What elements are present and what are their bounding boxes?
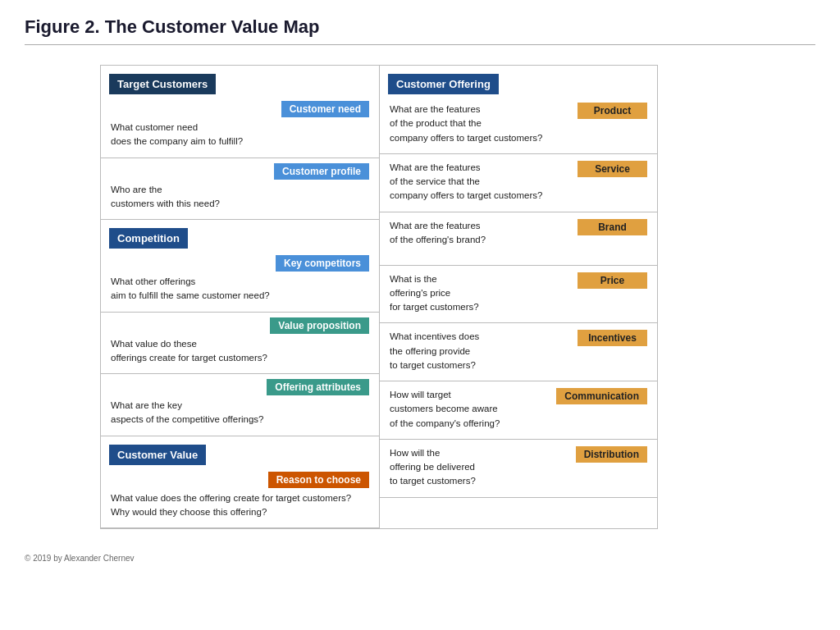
- tag-customer-need: Customer need: [281, 101, 369, 117]
- section-header-row-target-customers: Target Customers: [101, 66, 379, 96]
- right-tag-distribution: Distribution: [576, 446, 647, 463]
- right-column: Customer OfferingWhat are the features o…: [379, 65, 658, 529]
- map-container: Target CustomersCustomer needWhat custom…: [100, 65, 740, 529]
- left-cell-competition-0: Key competitorsWhat other offerings aim …: [101, 250, 379, 313]
- tag-key-competitors: Key competitors: [276, 255, 369, 272]
- right-cell-text: What are the features of the offering's …: [390, 219, 571, 248]
- right-tag-brand: Brand: [578, 219, 647, 235]
- right-cell-6: How will the offering be delivered to ta…: [380, 440, 657, 498]
- right-tag-product: Product: [578, 103, 647, 119]
- left-cell-customer-value-0: Reason to chooseWhat value does the offe…: [101, 467, 379, 529]
- right-cell-text: What are the features of the product tha…: [390, 103, 571, 145]
- page: Figure 2. The Customer Value Map Target …: [0, 0, 840, 630]
- map-wrapper: Target CustomersCustomer needWhat custom…: [25, 65, 815, 529]
- tag-offering-attributes: Offering attributes: [267, 379, 369, 395]
- title-divider: [25, 44, 815, 45]
- right-cell-5: How will target customers become aware o…: [380, 381, 657, 440]
- section-header-row-competition: Competition: [101, 220, 379, 250]
- cell-text: What customer need does the company aim …: [111, 121, 369, 149]
- left-cell-target-customers-0: Customer needWhat customer need does the…: [101, 96, 379, 158]
- section-header-competition: Competition: [109, 228, 188, 249]
- cell-text: What are the key aspects of the competit…: [111, 399, 369, 427]
- right-tag-price: Price: [578, 272, 647, 289]
- cell-text: Who are the customers with this need?: [111, 183, 369, 212]
- page-title: Figure 2. The Customer Value Map: [25, 16, 815, 38]
- tag-row: Customer need: [111, 101, 369, 117]
- section-header-customer-value: Customer Value: [109, 445, 206, 465]
- right-tag-service: Service: [578, 161, 647, 177]
- left-cell-competition-2: Offering attributesWhat are the key aspe…: [101, 374, 379, 436]
- tag-row: Customer profile: [111, 163, 369, 180]
- tag-row: Reason to choose: [111, 472, 369, 488]
- right-cell-2: What are the features of the offering's …: [380, 212, 657, 266]
- right-tag-communication: Communication: [556, 388, 647, 404]
- right-cell-text: How will the offering be delivered to ta…: [390, 446, 569, 489]
- cell-text: What value do these offerings create for…: [111, 337, 369, 366]
- right-cell-0: What are the features of the product tha…: [380, 96, 657, 154]
- right-column-header-row: Customer Offering: [380, 66, 657, 96]
- cell-text: What value does the offering create for …: [111, 491, 369, 520]
- left-column: Target CustomersCustomer needWhat custom…: [100, 65, 379, 529]
- tag-row: Value proposition: [111, 317, 369, 334]
- section-header-target-customers: Target Customers: [109, 74, 216, 94]
- right-tag-incentives: Incentives: [578, 330, 647, 346]
- cell-text: What other offerings aim to fulfill the …: [111, 275, 369, 304]
- right-column-header: Customer Offering: [388, 74, 499, 94]
- right-cell-text: What incentives does the offering provid…: [390, 330, 571, 372]
- right-cell-4: What incentives does the offering provid…: [380, 323, 657, 381]
- section-header-row-customer-value: Customer Value: [101, 436, 379, 467]
- right-cell-1: What are the features of the service tha…: [380, 154, 657, 212]
- tag-reason-to-choose: Reason to choose: [268, 472, 369, 488]
- tag-value-proposition: Value proposition: [270, 317, 369, 334]
- right-cell-text: How will target customers become aware o…: [390, 388, 550, 431]
- footer: © 2019 by Alexander Chernev: [25, 554, 815, 563]
- left-cell-target-customers-1: Customer profileWho are the customers wi…: [101, 158, 379, 221]
- right-cell-3: What is the offering's price for target …: [380, 266, 657, 324]
- tag-row: Key competitors: [111, 255, 369, 272]
- right-cell-text: What is the offering's price for target …: [390, 272, 571, 315]
- tag-row: Offering attributes: [111, 379, 369, 395]
- tag-customer-profile: Customer profile: [274, 163, 369, 180]
- right-cell-text: What are the features of the service tha…: [390, 161, 571, 203]
- left-cell-competition-1: Value propositionWhat value do these off…: [101, 313, 379, 375]
